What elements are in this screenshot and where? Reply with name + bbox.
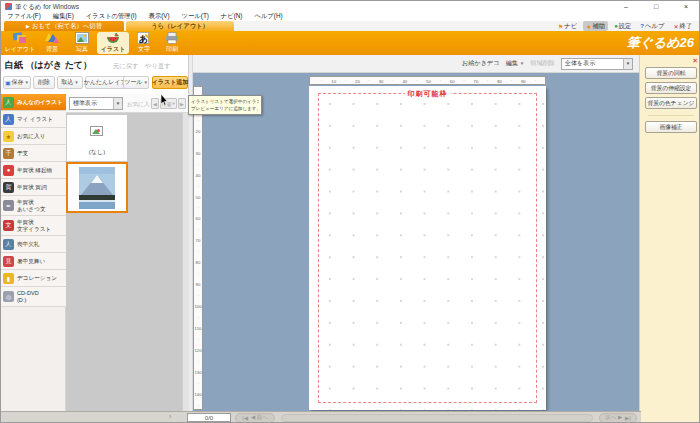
status-track <box>281 414 593 422</box>
close-button[interactable]: × <box>671 1 700 12</box>
palette-scrollbar[interactable] <box>182 113 189 411</box>
view-mode-dropdown-icon: ▼ <box>113 98 122 109</box>
maximize-button[interactable]: □ <box>641 1 671 12</box>
view-mode-select[interactable]: 標準表示 ▼ <box>69 97 123 110</box>
next-page-button[interactable]: 次へ ▶ ▶| <box>599 413 637 423</box>
aisatsubun-pen-icon: ✒ <box>3 200 14 211</box>
navi-button[interactable]: ⚑ナビ <box>555 21 580 31</box>
undo-button[interactable]: 元に戻す <box>113 62 138 71</box>
sticky-prev-button[interactable]: ◀ <box>151 98 159 109</box>
tab-back-label: うら（レイアウト） <box>151 22 209 31</box>
printable-area-label: 印刷可能枠 <box>405 89 451 99</box>
image-correct-button[interactable]: 画像補正 <box>645 121 697 133</box>
floppy-icon: ▣ <box>5 79 11 86</box>
sidebar-item-shochu[interactable]: 見 暑中見舞い <box>1 253 66 270</box>
menu-illust-manage[interactable]: イラストの管理(I) <box>80 12 143 21</box>
help-question-icon: ? <box>640 23 644 29</box>
sidebar-item-moji-illust[interactable]: 文 年賀状文字イラスト <box>1 216 66 236</box>
gashi-icon: 賀 <box>3 182 14 193</box>
photo-icon <box>75 32 89 44</box>
sidebar-item-cd-dvd[interactable]: ◎ CD-DVD(D:) <box>1 287 66 307</box>
prev-page-button[interactable]: |◀ ◀ 前へ <box>235 413 275 423</box>
ribbon-layout-button[interactable]: レイアウト <box>3 32 37 54</box>
cd-dvd-disc-icon: ◎ <box>3 291 14 302</box>
panel-separator <box>648 115 694 116</box>
sidebar-item-eto[interactable]: 干 干支 <box>1 145 66 162</box>
add-illust-button[interactable]: イラスト追加 <box>152 76 188 89</box>
sidebar-item-gashi[interactable]: 賀 年賀状 賀詞 <box>1 179 66 196</box>
sidebar-item-mochu[interactable]: 人 喪中欠礼 <box>1 236 66 253</box>
illust-item-fuji-selected[interactable] <box>66 162 128 213</box>
app-icon <box>5 3 12 10</box>
first-page-icon: |◀ <box>242 415 248 421</box>
menu-tools[interactable]: ツール(T) <box>176 12 215 21</box>
import-dropdown-icon: ▼ <box>74 80 78 85</box>
text-icon: あ <box>137 32 151 44</box>
sticky-next-button[interactable]: ▶ <box>178 98 186 109</box>
panel-close-icon[interactable]: ✕ <box>692 57 698 65</box>
menu-help[interactable]: ヘルプ(H) <box>248 12 288 21</box>
sidebar-item-aisatsubun[interactable]: ✒ 年賀状あいさつ文 <box>1 196 66 216</box>
ribbon-photo-button[interactable]: 写真 <box>67 32 97 54</box>
help-button[interactable]: ?ヘルプ <box>637 21 667 31</box>
postcard-canvas[interactable]: 印刷可能枠 <box>309 86 546 410</box>
ribbon-print-button[interactable]: 印刷 <box>159 32 185 54</box>
h-ruler: 102030405060708090·········· <box>309 76 546 85</box>
tab-front-label: おもて（宛て名）へ切替 <box>32 22 102 31</box>
ribbon-illust-button[interactable]: イラスト <box>97 32 129 54</box>
save-button[interactable]: ▣ 保存▼ <box>3 76 31 89</box>
menu-edit[interactable]: 編集(E) <box>47 12 80 21</box>
canvas-toolbar: お絵かきデコ 編集 ▼ 領域削除 全体を表示 ▼ <box>193 55 639 73</box>
right-panel: ✕ 背景の回転 背景の伸縮設定 背景の色チェンジ 画像補正 <box>639 55 700 423</box>
layout-icon <box>13 32 27 44</box>
shochu-icon: 見 <box>3 256 14 267</box>
document-title: 白紙 （はがき たて） <box>5 59 92 72</box>
ribbon-print-label: 印刷 <box>166 45 178 54</box>
illust-watermelon-icon <box>106 32 120 44</box>
hojo-button[interactable]: ★補助 <box>583 21 608 31</box>
exit-button[interactable]: ✕終了 <box>670 21 695 31</box>
tab-back-layout[interactable]: うら（レイアウト） <box>126 21 234 31</box>
hojo-star-icon: ★ <box>586 23 591 30</box>
mt-fuji-photo <box>79 167 115 209</box>
minimize-button[interactable]: – <box>611 1 641 12</box>
ribbon-text-label: 文字 <box>138 45 150 54</box>
zoom-select[interactable]: 全体を表示 ▼ <box>561 58 633 70</box>
sidebar-item-my-illust[interactable]: 人 マイ イラスト <box>1 111 66 128</box>
ribbon-text-button[interactable]: あ 文字 <box>131 32 157 54</box>
page-indicator: 0/0 <box>187 413 231 422</box>
edit-button[interactable]: 編集 ▼ <box>506 59 525 68</box>
printable-area-border <box>318 93 537 403</box>
illust-item-none[interactable]: (なし) <box>67 115 127 161</box>
print-icon <box>165 32 179 44</box>
ribbon-photo-label: 写真 <box>76 45 88 54</box>
sidebar-item-decoration[interactable]: ▮ デコレーション <box>1 270 66 287</box>
tools-button[interactable]: ツール▼ <box>123 76 149 89</box>
tools-dropdown-icon: ▼ <box>143 80 147 85</box>
panel-expander-icon[interactable]: › <box>169 413 171 420</box>
sidebar-item-minna-no-illust[interactable]: 人 みんなのイラスト <box>1 94 66 111</box>
ribbon-background-button[interactable]: 背景 <box>39 32 65 54</box>
favorites-star-icon: ★ <box>3 131 14 142</box>
menu-navi[interactable]: ナビ(N) <box>215 12 249 21</box>
tab-front-switch[interactable]: ▶ おもて（宛て名）へ切替 <box>4 21 124 31</box>
tab-arrow-icon: ▶ <box>26 23 30 29</box>
none-picture-icon <box>90 126 103 136</box>
app-logo: 筆ぐるめ26 <box>627 34 694 52</box>
delete-button[interactable]: 削除 <box>33 76 55 89</box>
draw-deco-button[interactable]: お絵かきデコ <box>462 59 500 68</box>
bg-color-change-button[interactable]: 背景の色チェンジ <box>645 97 697 109</box>
import-button[interactable]: 取込▼ <box>57 76 83 89</box>
exit-x-icon: ✕ <box>673 23 678 30</box>
sidebar-item-engimono[interactable]: ● 年賀状 縁起物 <box>1 162 66 179</box>
moji-illust-icon: 文 <box>3 220 14 231</box>
settings-button[interactable]: ●設定 <box>611 21 634 31</box>
bg-stretch-button[interactable]: 背景の伸縮設定 <box>645 82 697 94</box>
sidebar-item-favorites[interactable]: ★ お気に入り <box>1 128 66 145</box>
minna-illust-icon: 人 <box>3 97 14 108</box>
navi-flag-icon: ⚑ <box>558 23 563 30</box>
menu-file[interactable]: ファイル(F) <box>1 12 47 21</box>
bg-rotate-button[interactable]: 背景の回転 <box>645 67 697 79</box>
redo-button[interactable]: やり直す <box>145 62 171 71</box>
menu-view[interactable]: 表示(V) <box>143 12 176 21</box>
